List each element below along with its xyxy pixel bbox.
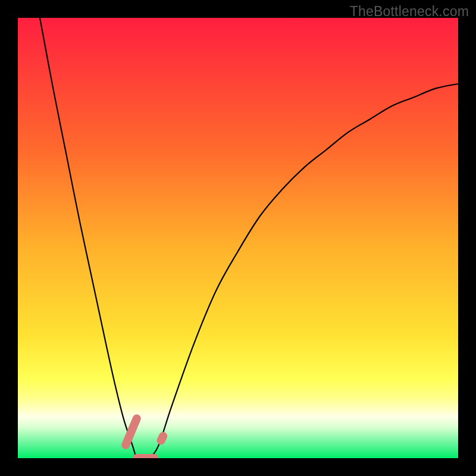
marker-right-dot — [161, 436, 164, 440]
marker-left — [126, 418, 137, 444]
curve-right-branch — [150, 84, 458, 458]
chart-frame: TheBottleneck.com — [0, 0, 476, 476]
curve-left-branch — [40, 18, 150, 458]
curve-layer — [18, 18, 458, 458]
watermark-text: TheBottleneck.com — [350, 4, 469, 20]
chart-area — [18, 18, 458, 458]
